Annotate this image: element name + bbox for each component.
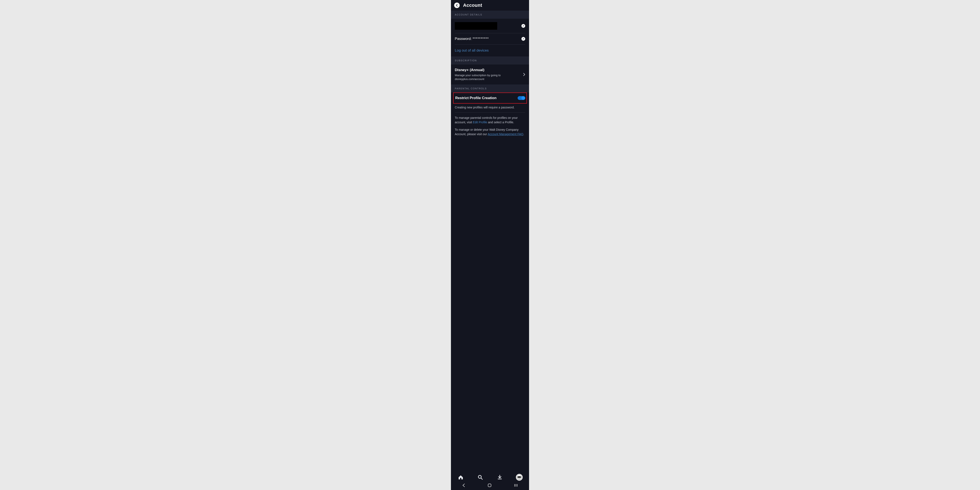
- section-header-parental-controls: PARENTAL CONTROLS: [451, 84, 529, 92]
- text-b: .: [523, 132, 524, 136]
- manage-parental-text: To manage parental controls for profiles…: [455, 113, 525, 124]
- pencil-icon: [522, 25, 524, 27]
- menu-icon: [514, 484, 518, 487]
- android-home-button[interactable]: [488, 484, 492, 488]
- password-label-wrap: Password: **********: [455, 37, 489, 41]
- edit-email-button[interactable]: [522, 24, 525, 28]
- edit-profile-link[interactable]: Edit Profile: [473, 121, 487, 124]
- text-b: and select a Profile.: [487, 121, 514, 124]
- logout-all-link[interactable]: Log out of all devices: [455, 48, 489, 52]
- email-row[interactable]: [455, 19, 525, 33]
- tab-downloads[interactable]: [496, 475, 504, 480]
- restrict-profile-label: Restrict Profile Creation: [455, 96, 496, 100]
- home-icon: [458, 475, 463, 480]
- section-header-subscription: SUBSCRIPTION: [451, 56, 529, 65]
- tab-search[interactable]: [476, 475, 484, 480]
- restrict-profile-toggle[interactable]: [518, 96, 525, 100]
- password-value: **********: [473, 37, 489, 41]
- restrict-profile-hint: Creating new profiles will require a pas…: [455, 103, 525, 113]
- account-screen: Account ACCOUNT DETAILS Password: ******…: [451, 0, 529, 490]
- pencil-icon: [522, 38, 524, 40]
- account-management-faq-link[interactable]: Account Management FAQ: [488, 132, 523, 136]
- restrict-profile-highlight: Restrict Profile Creation: [453, 92, 527, 103]
- tab-profile[interactable]: [515, 474, 523, 480]
- subscription-section: Disney+ (Annual) Manage your subscriptio…: [451, 65, 529, 84]
- avatar-icon: [516, 474, 523, 480]
- tab-bar: [451, 471, 529, 482]
- page-title: Account: [463, 3, 482, 8]
- android-back-button[interactable]: [462, 484, 465, 488]
- search-icon: [478, 475, 483, 480]
- subscription-info: Disney+ (Annual) Manage your subscriptio…: [455, 68, 519, 81]
- delete-account-text: To manage or delete your Walt Disney Com…: [455, 124, 525, 137]
- back-button[interactable]: [454, 3, 460, 8]
- password-label: Password:: [455, 37, 471, 41]
- subscription-title: Disney+ (Annual): [455, 68, 519, 72]
- tab-home[interactable]: [457, 475, 465, 480]
- parental-controls-section: Restrict Profile Creation Creating new p…: [451, 92, 529, 142]
- email-value-redacted: [455, 22, 497, 30]
- download-icon: [498, 475, 502, 480]
- logout-all-row[interactable]: Log out of all devices: [455, 45, 525, 56]
- section-header-account-details: ACCOUNT DETAILS: [451, 11, 529, 19]
- spacer: [455, 137, 525, 142]
- toggle-knob: [522, 96, 525, 100]
- subscription-desc: Manage your subscription by going to dis…: [455, 73, 519, 81]
- android-nav-bar: [451, 482, 529, 490]
- edit-password-button[interactable]: [522, 37, 525, 41]
- restrict-profile-row[interactable]: Restrict Profile Creation: [455, 95, 525, 102]
- svg-rect-3: [488, 484, 491, 487]
- chevron-left-icon: [456, 4, 458, 6]
- square-icon: [488, 484, 492, 487]
- chevron-left-icon: [462, 484, 465, 487]
- header: Account: [451, 0, 529, 11]
- chevron-right-icon: [523, 73, 525, 76]
- android-recents-button[interactable]: [514, 484, 518, 488]
- subscription-row[interactable]: Disney+ (Annual) Manage your subscriptio…: [455, 65, 525, 84]
- svg-line-1: [481, 478, 482, 480]
- account-details-section: Password: ********** Log out of all devi…: [451, 19, 529, 56]
- password-row[interactable]: Password: **********: [455, 33, 525, 45]
